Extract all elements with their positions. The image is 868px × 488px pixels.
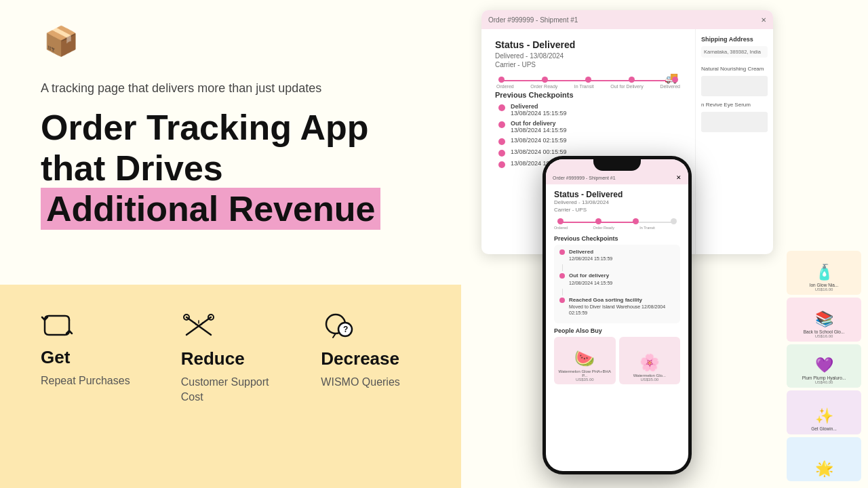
product-2-image: [701, 112, 768, 132]
product-1-image: [701, 76, 768, 96]
mobile-products-row: 🍉 Watermelon Glow PHA+BHA P... US$35.00 …: [554, 337, 680, 384]
mobile-status: Status - Delivered: [554, 190, 680, 199]
repeat-icon: [41, 312, 73, 339]
feature-reduce: Reduce Customer Support Cost: [181, 312, 281, 405]
mobile-tracking-bar: OrderedOrder ReadyIn Transit: [554, 218, 680, 230]
side-product-5: 🌟: [787, 437, 861, 481]
features-section: Get Repeat Purchases Reduce Customer Sup…: [0, 285, 461, 488]
shipping-address-title: Shipping Address: [701, 36, 768, 43]
desktop-status: Status - Delivered: [495, 39, 682, 50]
product-1: Natural Nourishing Cream: [701, 66, 768, 72]
mobile-screenshot: Order #999999 - Shipment #1 ✕ Status - D…: [542, 156, 692, 474]
checkpoint-3: 13/08/2024 02:15:59: [495, 137, 682, 145]
checkpoint-connector-2: [562, 289, 563, 296]
mobile-delivered-date: Delivered - 13/08/2024: [554, 199, 680, 205]
step-in-transit: [585, 77, 591, 83]
feature-reduce-label: Reduce: [181, 348, 245, 369]
feature-get-desc: Repeat Purchases: [41, 373, 130, 388]
desktop-track-labels: OrderedOrder ReadyIn TransitOut for Deli…: [495, 84, 682, 89]
m-checkpoint-sorting: Reached Goa sorting facility Moved to Di…: [559, 297, 675, 317]
checkpoint-connector-1: [562, 264, 563, 271]
checkpoint-delivered: Delivered13/08/2024 15:15:59: [495, 103, 682, 117]
desktop-carrier: Carrier - UPS: [495, 61, 682, 68]
desktop-titlebar: Order #999999 - Shipment #1 ✕: [481, 10, 773, 29]
shipping-address-detail: Karnataka, 389382, India: [701, 46, 768, 58]
step-delivered: [672, 77, 678, 83]
handshake-icon: [181, 312, 216, 340]
headline-line1: Order Tracking App that Drives: [41, 108, 369, 188]
mobile-main-content: Status - Delivered Delivered - 13/08/202…: [546, 184, 688, 390]
mobile-notch: [593, 156, 641, 171]
step-order-ready: [542, 77, 548, 83]
side-product-2: 📚 Back to School Glo... US$16.00: [787, 298, 861, 342]
step-out-for-delivery: [629, 77, 635, 83]
m-checkpoint-delivered: Delivered 12/08/2024 15:15:59: [559, 249, 675, 262]
mobile-track-labels: OrderedOrder ReadyIn Transit: [554, 226, 680, 230]
mobile-carrier: Carrier - UPS: [554, 207, 680, 213]
mobile-screen: Order #999999 - Shipment #1 ✕ Status - D…: [546, 159, 688, 471]
feature-get-label: Get: [41, 347, 70, 368]
headline-line2: Additional Revenue: [41, 188, 380, 230]
tagline: A tracking page that delivers more than …: [41, 81, 420, 96]
app-logo: 📦: [41, 20, 81, 61]
main-headline: Order Tracking App that Drives Additiona…: [41, 108, 420, 229]
side-product-3: 💜 Plum Plump Hyaluro... US$40.00: [787, 344, 861, 388]
question-chat-icon: ?: [321, 312, 355, 340]
side-product-1: 🧴 Ion Glow Nia... US$16.00: [787, 251, 861, 295]
mobile-checkpoints-title: Previous Checkpoints: [554, 235, 680, 242]
logo-area: 📦: [41, 20, 420, 61]
desktop-title: Order #999999 - Shipment #1: [488, 16, 578, 24]
feature-reduce-desc: Customer Support Cost: [181, 375, 281, 405]
m-checkpoint-out-delivery: Out for delivery 12/08/2024 14:15:59: [559, 272, 675, 285]
mobile-product-1: 🍉 Watermelon Glow PHA+BHA P... US$35.00: [554, 337, 616, 384]
feature-decrease-label: Decrease: [321, 348, 399, 369]
step-ordered: [498, 77, 505, 83]
side-products-strip: 🧴 Ion Glow Nia... US$16.00 📚 Back to Sch…: [787, 251, 861, 488]
side-product-4: ✨ Get Glowin...: [787, 390, 861, 434]
mobile-title: Order #999999 - Shipment #1: [553, 176, 616, 180]
feature-decrease: ? Decrease WISMO Queries: [321, 312, 420, 390]
mobile-checkpoints-box: Delivered 12/08/2024 15:15:59 Out for de…: [554, 245, 680, 323]
feature-get: Get Repeat Purchases: [41, 312, 140, 388]
mobile-people-buy-title: People Also Buy: [554, 327, 680, 334]
desktop-tracking-bar: OrderedOrder ReadyIn TransitOut for Deli…: [495, 77, 682, 89]
right-section: Order #999999 - Shipment #1 ✕ Status - D…: [461, 0, 868, 488]
mobile-product-2: 🌸 Watermelon Glo... US$35.00: [619, 337, 681, 384]
desktop-checkpoints-title: Previous Checkpoints: [495, 91, 682, 99]
desktop-delivered-date: Delivered - 13/08/2024: [495, 52, 682, 60]
product-2: n Revive Eye Serum: [701, 102, 768, 108]
desktop-right-panel: Shipping Address Karnataka, 389382, Indi…: [695, 29, 773, 254]
svg-text:?: ?: [343, 325, 348, 334]
checkpoint-out-for-delivery: Out for delivery13/08/2024 14:15:59: [495, 120, 682, 134]
feature-decrease-desc: WISMO Queries: [321, 375, 399, 390]
